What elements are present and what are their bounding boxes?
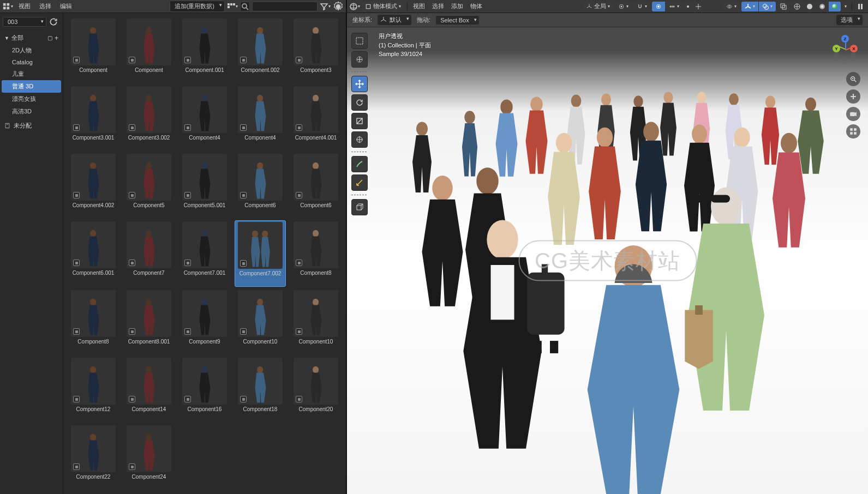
filter-icon[interactable]: ▾ <box>320 1 331 12</box>
refresh-icon[interactable] <box>49 17 58 27</box>
shading-solid-icon[interactable] <box>804 2 816 11</box>
pan-icon[interactable] <box>846 89 860 104</box>
tool-annotate[interactable] <box>351 156 368 172</box>
vp-menu-object[interactable]: 物体 <box>468 1 485 11</box>
sidebar-item-5[interactable]: 高清3D <box>0 105 63 118</box>
snap-increment-icon[interactable]: ▾ <box>666 2 683 11</box>
shading-rendered-icon[interactable] <box>829 2 841 11</box>
asset-item[interactable]: Component6 <box>290 153 342 218</box>
settings-icon[interactable] <box>333 1 344 12</box>
asset-item[interactable]: Component.001 <box>179 17 230 83</box>
asset-item[interactable]: Component20 <box>290 357 342 422</box>
import-mode-dropdown[interactable]: 追加(重用数据) <box>170 1 225 12</box>
gizmo-x-axis[interactable]: X <box>850 45 858 52</box>
gizmo-neg-x[interactable] <box>834 52 840 58</box>
asset-item[interactable]: Component9 <box>179 289 230 354</box>
sidebar-item-0[interactable]: 2D人物 <box>0 44 63 57</box>
sidebar-item-3[interactable]: 普通 3D <box>2 80 61 93</box>
asset-item[interactable]: Component24 <box>123 424 175 490</box>
nav-gizmo[interactable]: Z Y X <box>830 35 860 65</box>
drag-mode-select[interactable]: Select Box <box>436 16 479 25</box>
interaction-mode-dropdown[interactable]: 物体模式 ▾ <box>362 2 404 11</box>
gizmo-neg-z[interactable] <box>842 59 848 64</box>
visibility-icon[interactable]: ▾ <box>723 2 740 11</box>
zoom-icon[interactable] <box>846 72 860 86</box>
asset-item[interactable]: Component5 <box>123 153 175 218</box>
vp-menu-view[interactable]: 视图 <box>410 1 428 11</box>
asset-item[interactable]: Component8 <box>68 289 119 354</box>
gizmo-neg-y[interactable] <box>851 52 856 58</box>
shading-wireframe-icon[interactable] <box>791 2 803 11</box>
asset-item[interactable]: Component8.001 <box>123 289 175 354</box>
orientation-dropdown[interactable]: 全局 ▾ <box>583 2 613 11</box>
add-icon[interactable]: + <box>55 34 58 42</box>
sidebar-item-1[interactable]: Catalog <box>0 57 63 68</box>
asset-item[interactable]: Component4.002 <box>68 153 119 218</box>
tool-move[interactable] <box>351 76 368 92</box>
search-input[interactable] <box>252 2 318 11</box>
menu-view[interactable]: 视图 <box>15 1 34 11</box>
tool-scale[interactable] <box>351 113 368 129</box>
tool-cursor[interactable] <box>351 51 368 68</box>
asset-item[interactable]: Component12 <box>68 357 119 422</box>
shading-material-icon[interactable] <box>816 2 828 11</box>
asset-item[interactable]: Component.002 <box>235 17 286 83</box>
display-mode-icon[interactable]: ▾ <box>227 1 238 12</box>
tool-transform[interactable] <box>351 131 368 148</box>
gizmo-y-axis[interactable]: Y <box>833 45 840 52</box>
sidebar-unassigned[interactable]: 未分配 <box>0 119 63 132</box>
editor-type-icon[interactable]: ▾ <box>2 1 13 12</box>
asset-item[interactable]: Component7.001 <box>179 220 230 287</box>
asset-item[interactable]: Component6 <box>235 153 286 218</box>
proportional-icon[interactable] <box>652 2 665 11</box>
camera-icon[interactable] <box>846 107 860 121</box>
sidebar-all[interactable]: ▼ 全部 ▢ + <box>0 32 63 44</box>
xray-icon[interactable] <box>777 2 789 11</box>
editor-type-viewport-icon[interactable]: ▾ <box>349 1 360 12</box>
perspective-icon[interactable] <box>846 124 860 138</box>
asset-item[interactable]: Component5.001 <box>179 153 230 218</box>
search-icon[interactable] <box>240 2 250 11</box>
asset-item[interactable]: Component10 <box>235 289 286 354</box>
asset-item[interactable]: Component7.002 <box>235 220 286 287</box>
tool-add-primitive[interactable]: + <box>351 199 368 215</box>
viewport-canvas[interactable]: + 用户透视 (1) Collection | 平面 Sample 39/102… <box>347 27 868 494</box>
overlay-toggle-icon[interactable]: ▾ <box>759 2 776 11</box>
tool-rotate[interactable] <box>351 94 368 111</box>
asset-item[interactable]: Component4.001 <box>290 85 342 150</box>
asset-item[interactable]: Component <box>68 17 119 83</box>
library-select[interactable]: 003 <box>3 17 46 27</box>
snap-dropdown[interactable]: ▾ <box>633 2 650 11</box>
asset-item[interactable]: Component14 <box>123 357 175 422</box>
snap-dot-icon[interactable] <box>683 2 693 11</box>
gizmo-toggle-icon[interactable]: ▾ <box>741 2 758 11</box>
sidebar-item-4[interactable]: 漂亮女孩 <box>0 93 63 105</box>
options-dropdown[interactable]: 选项 <box>836 15 863 25</box>
asset-item[interactable]: Component16 <box>179 357 230 422</box>
menu-edit[interactable]: 编辑 <box>57 1 75 11</box>
asset-item[interactable]: Component3 <box>290 17 342 83</box>
asset-item[interactable]: Component3.001 <box>68 85 119 150</box>
menu-select[interactable]: 选择 <box>36 1 55 11</box>
asset-item[interactable]: Component10 <box>290 289 342 354</box>
asset-item[interactable]: Component22 <box>68 424 119 490</box>
asset-item[interactable]: Component3.002 <box>123 85 175 150</box>
gizmo-z-axis[interactable]: Z <box>841 35 849 43</box>
asset-item[interactable]: Component7 <box>123 220 175 287</box>
asset-item[interactable]: Component <box>123 17 175 83</box>
axes-system-select[interactable]: 默认 <box>378 15 411 25</box>
sidebar-item-2[interactable]: 儿童 <box>0 68 63 80</box>
asset-item[interactable]: Component6.001 <box>68 220 119 287</box>
snap-cursor-icon[interactable] <box>693 2 703 11</box>
asset-item[interactable]: Component18 <box>235 357 286 422</box>
tool-measure[interactable] <box>351 174 368 191</box>
bookmark-icon[interactable]: ▢ <box>47 35 52 41</box>
pivot-dropdown[interactable]: ▾ <box>615 2 632 11</box>
asset-item[interactable]: Component8 <box>290 220 342 287</box>
vp-menu-add[interactable]: 添加 <box>448 1 466 11</box>
asset-item[interactable]: Component4 <box>179 85 230 150</box>
shading-options-dropdown[interactable]: ▾ <box>842 2 849 11</box>
tool-select-box[interactable] <box>351 33 368 49</box>
vp-menu-select[interactable]: 选择 <box>429 1 447 11</box>
asset-item[interactable]: Component4 <box>235 85 286 150</box>
